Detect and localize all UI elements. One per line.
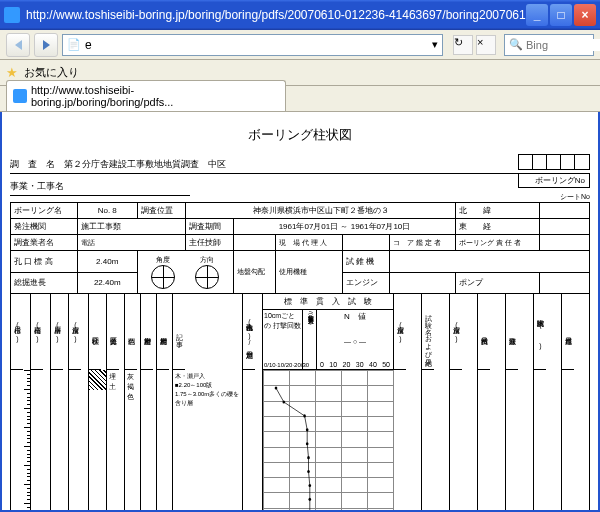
maximize-button[interactable]: □ xyxy=(550,4,572,26)
arrow-left-icon xyxy=(15,40,22,50)
svg-point-8 xyxy=(309,498,312,501)
log-col: 相対稠度 xyxy=(157,294,173,512)
cell: 使用機種 xyxy=(276,251,343,294)
svg-point-1 xyxy=(283,400,286,403)
log-section: 標尺(m)標高(m)層厚(m)深度(m)柱状図土質区分埋土色調灰褐色相対密度相対… xyxy=(10,294,590,512)
cell: ボーリング名 xyxy=(11,203,78,219)
spt-section: 標 準 貫 入 試 験 10cmごとの 打撃回数 0/10·10/20·20/3… xyxy=(263,294,393,512)
star-icon[interactable]: ★ xyxy=(6,65,18,80)
nav-toolbar: 📄 ▾ ↻ × 🔍 xyxy=(0,30,600,60)
minimize-button[interactable]: _ xyxy=(526,4,548,26)
info-table: ボーリング名 No. 8 調査位置 神奈川県横浜市中区山下町２番地の３ 北 緯 … xyxy=(10,202,590,294)
cell: 調査位置 xyxy=(137,203,185,219)
client-label: 事業・工事名 xyxy=(10,181,64,191)
cell: No. 8 xyxy=(77,203,137,219)
log-header: 土質区分 xyxy=(107,294,119,370)
log-header: 孔内水位(m)/測定月日 xyxy=(243,294,255,370)
tab-label: http://www.toshiseibi-boring.jp/boring/b… xyxy=(31,84,275,108)
angle-dial-icon xyxy=(151,265,175,289)
cell: 総掘進長 xyxy=(11,272,78,294)
log-header: 色調 xyxy=(125,294,137,370)
n-label: N 値 xyxy=(318,311,392,322)
cell: ポンプ xyxy=(456,272,540,294)
n-value-chart xyxy=(263,370,393,512)
log-header: 柱状図 xyxy=(89,294,101,370)
cell: ボーリング 責 任 者 xyxy=(456,235,540,251)
right-col: 試 験 名 および結果 xyxy=(421,294,449,512)
svg-point-4 xyxy=(306,442,309,445)
page-icon: 📄 xyxy=(67,38,81,51)
cell: 東 経 xyxy=(456,219,540,235)
document-viewport[interactable]: ボーリング柱状図 調 査 名 第２分庁舎建設工事敷地地質調査 中区 事業・工事名… xyxy=(0,112,600,512)
svg-point-3 xyxy=(306,428,309,431)
cell: 発注機関 xyxy=(11,219,78,235)
svg-point-7 xyxy=(309,484,312,487)
search-box[interactable]: 🔍 xyxy=(504,34,594,56)
log-col: 相対密度 xyxy=(141,294,157,512)
svg-point-5 xyxy=(307,456,310,459)
log-header: 相対稠度 xyxy=(157,294,169,370)
right-col: 深度(m) xyxy=(449,294,477,512)
log-col: 柱状図 xyxy=(89,294,107,512)
right-col: 室内試験 ( ) xyxy=(533,294,561,512)
cell: 神奈川県横浜市中区山下町２番地の３ xyxy=(185,203,456,219)
arrow-right-icon xyxy=(43,40,50,50)
log-col: 土質区分埋土 xyxy=(107,294,125,512)
log-col: 記 事木・瀬戸入 ■2.20～100版 1.75～3.00m多くの礫を含り層 xyxy=(173,294,243,512)
cell: 孔 口 標 高 xyxy=(11,251,78,273)
window-title: http://www.toshiseibi-boring.jp/boring/b… xyxy=(26,8,526,22)
log-col: 標高(m) xyxy=(31,294,51,512)
cell: エンジン xyxy=(342,272,389,294)
svg-point-0 xyxy=(275,387,278,390)
cell: 22.40m xyxy=(77,272,137,294)
cell: 調査期間 xyxy=(185,219,233,235)
log-header: 深度(m) xyxy=(69,294,81,370)
address-bar[interactable]: 📄 ▾ xyxy=(62,34,443,56)
log-col: 孔内水位(m)/測定月日 xyxy=(243,294,263,512)
sheet-label: シートNo xyxy=(518,192,590,202)
svg-point-2 xyxy=(303,414,306,417)
boring-no-label: ボーリングNo xyxy=(518,173,590,188)
boring-no-boxes xyxy=(518,154,590,170)
log-header: 標尺(m) xyxy=(11,294,23,370)
survey-label: 調 査 名 xyxy=(10,159,55,169)
search-icon: 🔍 xyxy=(509,38,523,51)
log-col: 色調灰褐色 xyxy=(125,294,141,512)
cell: コ ア 鑑 定 者 xyxy=(389,235,456,251)
address-input[interactable] xyxy=(85,38,428,52)
cell: 試 錐 機 xyxy=(342,251,389,273)
tab-icon xyxy=(13,89,27,103)
right-col: 試料番号 xyxy=(477,294,505,512)
favorites-label[interactable]: お気に入り xyxy=(24,65,79,80)
dropdown-icon[interactable]: ▾ xyxy=(432,38,438,51)
right-col: 深度(m) xyxy=(393,294,421,512)
cell: 主任技師 xyxy=(185,235,233,251)
stop-button[interactable]: × xyxy=(476,35,496,55)
ie-icon xyxy=(4,7,20,23)
log-col: 標尺(m) xyxy=(11,294,31,512)
log-col: 層厚(m) xyxy=(51,294,69,512)
log-header: 層厚(m) xyxy=(51,294,63,370)
refresh-button[interactable]: ↻ xyxy=(453,35,473,55)
tab-bar: http://www.toshiseibi-boring.jp/boring/b… xyxy=(0,86,600,112)
cell: 地盤勾配 xyxy=(233,251,275,294)
log-col: 深度(m) xyxy=(69,294,89,512)
log-header: 記 事 xyxy=(173,294,185,370)
back-button[interactable] xyxy=(6,33,30,57)
spt-title: 標 準 貫 入 試 験 xyxy=(263,294,393,310)
boring-document: ボーリング柱状図 調 査 名 第２分庁舎建設工事敷地地質調査 中区 事業・工事名… xyxy=(10,120,590,512)
browser-tab[interactable]: http://www.toshiseibi-boring.jp/boring/b… xyxy=(6,80,286,111)
direction-dial-icon xyxy=(195,265,219,289)
search-input[interactable] xyxy=(526,39,600,51)
window-titlebar: http://www.toshiseibi-boring.jp/boring/b… xyxy=(0,0,600,30)
cell: 調査業者名 xyxy=(11,235,78,251)
right-col: 採取方法 xyxy=(505,294,533,512)
log-header: 標高(m) xyxy=(31,294,43,370)
survey-name: 第２分庁舎建設工事敷地地質調査 中区 xyxy=(64,159,226,169)
cell: 2.40m xyxy=(77,251,137,273)
cell: 北 緯 xyxy=(456,203,540,219)
log-header: 相対密度 xyxy=(141,294,153,370)
doc-title: ボーリング柱状図 xyxy=(10,126,590,144)
forward-button[interactable] xyxy=(34,33,58,57)
close-button[interactable]: × xyxy=(574,4,596,26)
